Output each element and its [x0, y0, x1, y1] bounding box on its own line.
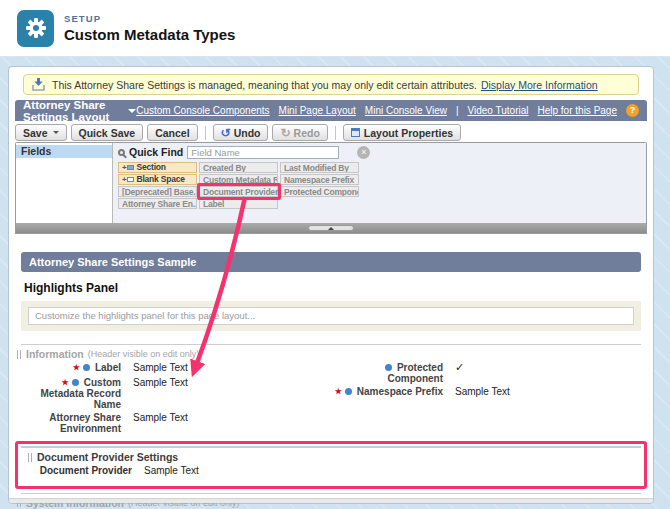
field-row-attorney-share-environment[interactable]: Attorney Share Environment Sample Text — [17, 413, 331, 434]
mini-console-view-link[interactable]: Mini Console View — [365, 105, 447, 116]
highlights-panel-title: Highlights Panel — [24, 281, 653, 295]
cancel-button[interactable]: Cancel — [147, 124, 197, 141]
field-row-document-provider[interactable]: Document Provider Sample Text — [28, 466, 634, 477]
plus-icon: + — [122, 162, 126, 173]
palette-item-deprecated-base[interactable]: [Deprecated] Base... — [118, 186, 197, 197]
mini-page-layout-link[interactable]: Mini Page Layout — [279, 105, 356, 116]
palette-grid: + Section Created By Last Modified By + … — [118, 162, 641, 209]
section-name: Document Provider Settings — [37, 451, 178, 463]
field-row-custom-metadata-record-name[interactable]: ★Custom Metadata Record Name Sample Text — [17, 378, 331, 411]
palette-sidebar: Fields — [16, 143, 113, 223]
field-row-namespace-prefix[interactable]: ★Namespace Prefix Sample Text — [331, 387, 645, 399]
section-name: Information — [26, 348, 84, 360]
field-dot-icon — [345, 388, 352, 395]
section-document-provider-settings-highlight: Document Provider Settings Document Prov… — [15, 441, 647, 489]
layout-properties-button[interactable]: Layout Properties — [343, 124, 461, 141]
field-dot-icon — [385, 364, 392, 371]
chevron-down-icon — [53, 131, 59, 137]
page-title: Custom Metadata Types — [64, 26, 235, 43]
blank-space-icon — [127, 177, 134, 182]
custom-console-components-link[interactable]: Custom Console Components — [136, 105, 269, 116]
plus-icon: + — [122, 174, 126, 185]
field-dot-icon — [72, 379, 79, 386]
section-note: (Header visible on edit only) — [88, 349, 200, 359]
drag-handle-icon — [17, 350, 21, 359]
undo-button[interactable]: ↺ Undo — [213, 124, 269, 141]
field-row-protected-component[interactable]: Protected Component ✓ — [331, 363, 645, 384]
section-divider — [21, 344, 641, 345]
field-palette: Fields Quick Find × + Section — [15, 142, 647, 234]
chevron-down-icon — [128, 109, 136, 117]
layout-properties-icon — [351, 128, 360, 137]
sample-value: Sample Text — [133, 378, 188, 411]
setup-header: SETUP Custom Metadata Types — [0, 0, 670, 57]
palette-item-document-provider[interactable]: Document Provider — [199, 186, 278, 197]
managed-package-icon — [32, 78, 45, 91]
palette-item-protected-component[interactable]: Protected Component — [280, 186, 359, 197]
sample-value: Sample Text — [455, 387, 510, 399]
required-icon: ★ — [73, 363, 80, 372]
search-icon — [118, 149, 125, 156]
setup-eyebrow: SETUP — [64, 13, 235, 24]
section-icon — [127, 165, 134, 170]
save-button[interactable]: Save — [15, 124, 67, 141]
highlights-panel-placeholder: Customize the highlights panel for this … — [28, 307, 634, 325]
links-divider: | — [456, 105, 459, 116]
quick-find-input[interactable] — [187, 146, 339, 159]
gear-icon — [17, 10, 54, 47]
required-icon: ★ — [62, 378, 69, 387]
palette-item-section[interactable]: + Section — [118, 162, 197, 173]
palette-item-custom-metadata-record-name[interactable]: Custom Metadata R... — [199, 174, 278, 185]
drag-handle-icon — [28, 453, 32, 462]
palette-item-blank-space[interactable]: + Blank Space — [118, 174, 197, 185]
video-tutorial-link[interactable]: Video Tutorial — [468, 105, 529, 116]
palette-canvas: Quick Find × + Section Created By Last M… — [113, 143, 646, 223]
layout-title-bar: Attorney Share Settings Layout Custom Co… — [15, 100, 647, 121]
notice-text: This Attorney Share Settings is managed,… — [52, 79, 477, 91]
quick-find-label: Quick Find — [129, 146, 183, 158]
editor-toolbar: Save Quick Save Cancel ↺ Undo ↻ Redo Lay… — [13, 123, 649, 142]
palette-item-attorney-share-environment[interactable]: Attorney Share En... — [118, 198, 197, 209]
palette-bottom-bar — [16, 223, 646, 233]
managed-notice: This Attorney Share Settings is managed,… — [23, 74, 639, 95]
highlights-panel[interactable]: Customize the highlights panel for this … — [21, 301, 641, 331]
sample-value: Sample Text — [133, 363, 188, 375]
layout-editor-panel: This Attorney Share Settings is managed,… — [8, 66, 654, 504]
sample-value: Sample Text — [133, 413, 188, 434]
collapse-arrow-icon — [328, 224, 334, 230]
palette-item-created-by[interactable]: Created By — [199, 162, 278, 173]
quick-save-button[interactable]: Quick Save — [71, 124, 144, 141]
redo-button[interactable]: ↻ Redo — [272, 124, 327, 141]
display-more-information-link[interactable]: Display More Information — [481, 79, 598, 91]
layout-title-menu[interactable]: Attorney Share Settings Layout — [23, 99, 136, 123]
section-information: Information (Header visible on edit only… — [9, 348, 653, 437]
checkbox-checked-icon: ✓ — [455, 362, 464, 384]
layout-title: Attorney Share Settings Layout — [23, 99, 122, 123]
panel-footer — [9, 498, 653, 503]
toolbar-separator — [335, 126, 336, 140]
required-icon: ★ — [335, 387, 342, 396]
sidebar-item-fields[interactable]: Fields — [16, 145, 112, 158]
sample-title-bar: Attorney Share Settings Sample — [21, 252, 641, 272]
field-dot-icon — [83, 364, 90, 371]
palette-item-namespace-prefix[interactable]: Namespace Prefix — [280, 174, 359, 185]
section-divider — [21, 493, 641, 494]
palette-item-last-modified-by[interactable]: Last Modified By — [280, 162, 359, 173]
toolbar-separator — [205, 126, 206, 140]
help-for-this-page-link[interactable]: Help for this Page — [538, 105, 618, 116]
undo-icon: ↺ — [221, 126, 231, 140]
help-icon[interactable]: ? — [626, 104, 639, 117]
field-row-label[interactable]: ★Label Sample Text — [17, 363, 331, 375]
clear-icon[interactable]: × — [357, 146, 370, 159]
palette-item-label[interactable]: Label — [199, 198, 278, 209]
redo-icon: ↻ — [280, 126, 290, 140]
page: SETUP Custom Metadata Types This Attorne… — [0, 0, 670, 509]
palette-collapse-handle[interactable] — [308, 225, 354, 231]
section-top-divider — [21, 446, 641, 448]
sample-value: Sample Text — [144, 466, 199, 477]
